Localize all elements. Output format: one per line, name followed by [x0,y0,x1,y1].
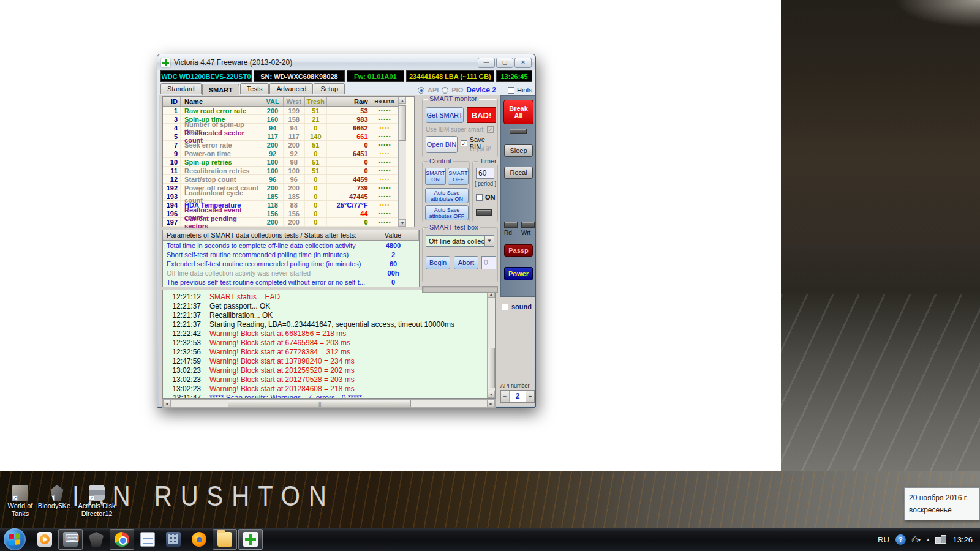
attr-worst: 200 [284,218,305,226]
taskbar-item-firefox[interactable] [187,529,211,550]
close-button[interactable]: ✕ [514,58,532,68]
power-button[interactable]: Power [504,267,533,280]
maximize-button[interactable]: ▢ [496,58,513,68]
taskbar-item-victoria[interactable] [238,529,263,550]
autosave-on-button[interactable]: Auto Save attributes ON [425,188,469,203]
minimize-button[interactable]: — [478,58,495,68]
scroll-down-icon[interactable]: ▼ [399,219,406,227]
desktop-icon-2[interactable]: ↗Bloody5Ke... [35,485,79,510]
smart-table-scrollbar[interactable]: ▲ ▼ [398,97,406,227]
scroll-left-icon[interactable]: ◄ [163,400,171,407]
smart-attribute-row[interactable]: 7Seek error rate200200510••••• [163,141,398,149]
taskbar-item-chrome[interactable] [110,529,134,550]
begin-test-button[interactable]: Begin [426,256,450,269]
smart-attribute-row[interactable]: 9Power-on time929206451•••• [163,149,398,158]
test-progress-input[interactable]: 0 [481,256,496,269]
abort-test-button[interactable]: Abort [454,256,478,269]
device-tray-icon[interactable]: ⎙▾ [912,535,921,544]
language-indicator[interactable]: RU [878,535,889,544]
column-header-tresh: Tresh [305,97,328,106]
attr-name: Start/stop count [181,175,262,183]
network-icon[interactable] [935,535,946,544]
scroll-up-icon[interactable]: ▲ [399,97,406,104]
read-led-label: Rd [504,230,512,236]
desktop-icon-3[interactable]: ↗Acronis DiskDirector12 [75,485,119,518]
recal-button[interactable]: Recal [504,167,533,179]
smart-attribute-row[interactable]: 11Recalibration retries100100510••••• [163,167,398,175]
hints-checkbox[interactable] [508,87,514,94]
api-plus-button[interactable]: + [526,391,534,402]
timer-period-input[interactable]: 60 [476,168,494,179]
api-radio[interactable] [418,87,424,94]
firefox-icon [192,532,206,547]
test-type-dropdown[interactable]: Off-line data collect ▼ [426,235,494,247]
window-titlebar[interactable]: Victoria 4.47 Freeware (2013-02-20) — ▢ … [157,54,535,70]
get-smart-button[interactable]: Get SMART [426,107,464,123]
attr-worst: 92 [284,149,305,157]
dropdown-arrow-icon[interactable]: ▼ [484,236,494,246]
smart-attributes-table: IDNameVALWrstTreshRawHealth 1Raw read er… [162,96,415,227]
media-player-icon [37,532,52,547]
attr-val: 200 [262,184,284,192]
tab-setup[interactable]: Setup [314,83,345,94]
attr-worst: 96 [284,175,305,183]
tab-standard[interactable]: Standard [160,83,202,94]
attr-threshold: 0 [305,209,328,217]
taskbar-item-media-player[interactable] [32,529,57,550]
column-header-name: Name [181,97,262,106]
attr-name: Power-on time [181,149,262,157]
on-screen-keyboard-icon [63,532,78,547]
log-timestamp: 13:02:23 [163,375,201,384]
smart-attribute-row[interactable]: 193Load/unload cycle count185185047445••… [163,192,398,201]
passport-button[interactable]: Passp [504,244,533,257]
log-message: Recallibration... OK [201,311,273,320]
crypt-label: Crypt it! [470,146,491,152]
attr-threshold: 51 [305,167,328,174]
timer-group: Timer 60 [ period ] ON [472,161,498,222]
smart-attribute-row[interactable]: 5Reallocated sector count117117140661•••… [163,132,398,141]
api-minus-button[interactable]: − [501,391,510,402]
log-timestamp: 12:32:56 [163,348,201,357]
attr-val: 96 [262,175,284,183]
info-segment-1: SN: WD-WXC608K98028 [254,70,345,82]
sound-checkbox[interactable] [502,304,508,310]
tab-smart[interactable]: SMART [202,84,239,95]
tab-tests[interactable]: Tests [240,83,270,94]
pio-radio[interactable] [442,87,448,94]
sleep-button[interactable]: Sleep [504,144,533,157]
help-tray-icon[interactable]: ? [895,534,906,545]
timer-on-checkbox[interactable] [476,194,483,201]
attr-health-dots: •••• [372,175,398,183]
attr-raw: 0 [327,167,372,174]
start-button[interactable] [4,528,26,550]
taskbar-clock[interactable]: 13:26 [952,535,973,544]
taskbar-item-calculator[interactable] [161,529,186,550]
attr-health-dots: ••••• [372,158,398,166]
break-all-button[interactable]: Break All [503,100,533,124]
smart-attribute-row[interactable]: 10Spin-up retries10098510••••• [163,158,398,167]
taskbar-item-explorer[interactable] [213,529,237,550]
crypt-checkbox[interactable] [461,146,467,152]
param-label: Off-line data collection activity was ne… [163,269,368,277]
smart-on-button[interactable]: SMART ON [425,168,446,185]
smart-attribute-row[interactable]: 197Current pending sectors20020000••••• [163,218,398,227]
open-bin-button[interactable]: Open BIN [426,136,458,153]
smart-attribute-row[interactable]: 12Start/stop count969604459•••• [163,175,398,184]
tab-advanced[interactable]: Advanced [270,83,313,94]
blob-icon: ↗ [49,485,65,501]
attr-raw: 25°C/77°F [327,201,372,209]
taskbar-item-on-screen-keyboard[interactable] [58,529,83,550]
taskbar-item-world-of-tanks[interactable] [84,529,108,550]
control-group: Control SMART ON SMART OFF Auto Save att… [422,161,470,222]
param-label: Short self-test routine recommended poll… [163,251,368,258]
smart-off-button[interactable]: SMART OFF [448,168,469,185]
hidden-icons-button[interactable]: ▴ [927,536,930,542]
attr-threshold: 0 [305,201,328,209]
taskbar-item-notepad[interactable] [135,529,160,550]
smart-attribute-row[interactable]: 1Raw read error rate2001995153••••• [163,107,398,115]
taskbar: RU ? ⎙▾ ▴ 13:26 [0,528,980,551]
attr-id: 12 [163,175,181,183]
param-value: 2 [368,251,419,258]
autosave-off-button[interactable]: Auto Save attributes OFF [425,205,469,220]
ibm-smart-checkbox[interactable]: ✓ [487,126,494,133]
